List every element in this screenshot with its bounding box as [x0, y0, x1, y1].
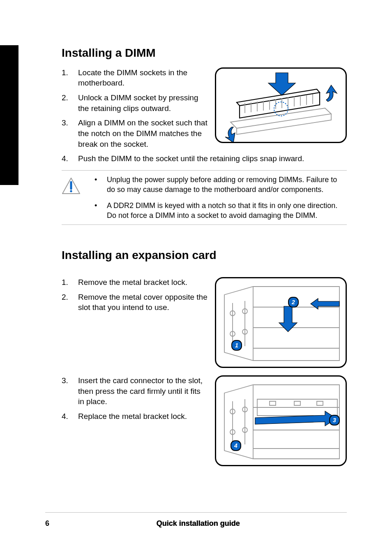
svg-point-0: [274, 102, 288, 116]
step-num: 1.: [62, 67, 78, 88]
section-installing-dimm: Installing a DIMM: [62, 45, 347, 225]
caution-note: •Unplug the power supply before adding o…: [62, 170, 347, 225]
step-num: 4.: [62, 153, 78, 164]
step-text: Locate the DIMM sockets in the motherboa…: [78, 67, 208, 88]
step-num: 3.: [62, 118, 78, 149]
step-text: Push the DIMM to the socket until the re…: [78, 153, 347, 164]
step-text: Remove the metal cover opposite the slot…: [78, 292, 208, 313]
heading-dimm: Installing a DIMM: [62, 45, 347, 61]
step-text: Insert the card connector to the slot, t…: [78, 375, 208, 407]
heading-expansion: Installing an expansion card: [62, 247, 347, 263]
callout-3: 3: [329, 415, 340, 426]
step-num: 3.: [62, 375, 78, 407]
step-num: 2.: [62, 292, 78, 313]
callout-1: 1: [231, 340, 242, 351]
note-text: Unplug the power supply before adding or…: [107, 175, 347, 195]
figure-expansion-1: 2 1: [215, 277, 347, 368]
step-text: Unlock a DIMM socket by pressing the ret…: [78, 92, 208, 113]
footer-title: Quick installation guide: [49, 518, 347, 528]
bullet: •: [95, 201, 107, 221]
caution-icon: [62, 175, 82, 220]
step-text: Remove the metal bracket lock.: [78, 277, 208, 288]
step-num: 2.: [62, 92, 78, 113]
callout-4: 4: [231, 440, 241, 451]
step-num: 4.: [62, 411, 78, 422]
figure-dimm: [215, 67, 347, 143]
section-installing-expansion: Installing an expansion card: [62, 247, 347, 466]
figure-expansion-2: 3 4: [215, 375, 347, 466]
bullet: •: [95, 175, 107, 195]
step-num: 1.: [62, 277, 78, 288]
step-text: Replace the metal bracket lock.: [78, 411, 208, 422]
svg-point-1: [70, 190, 72, 192]
step-text: Align a DIMM on the socket such that the…: [78, 118, 208, 149]
callout-2: 2: [288, 297, 299, 308]
page-number: 6: [45, 518, 49, 528]
footer: 6 Quick installation guide: [45, 512, 347, 528]
note-text: A DDR2 DIMM is keyed with a notch so tha…: [107, 201, 347, 221]
